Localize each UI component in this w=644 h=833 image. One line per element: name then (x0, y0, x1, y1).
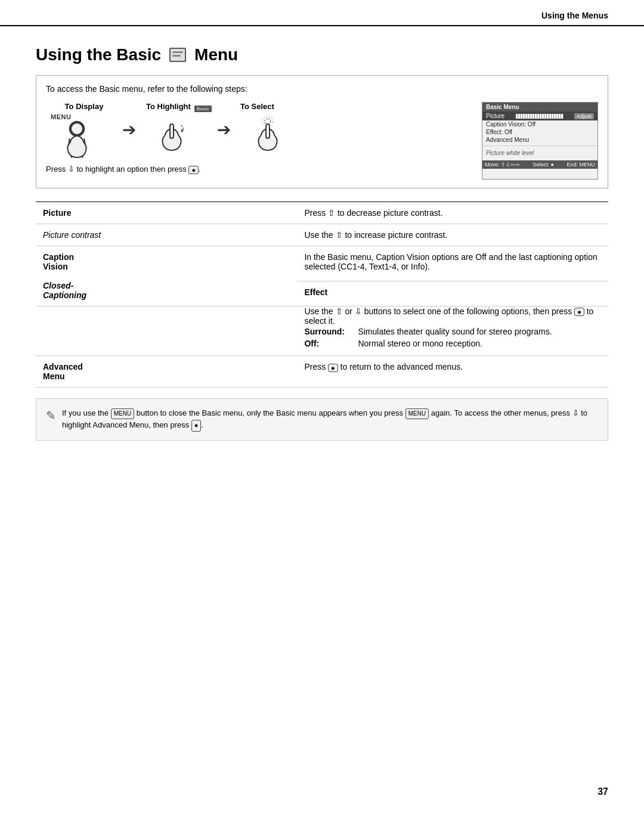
steps-and-menu: To Display MENU (46, 102, 598, 179)
nested-desc-off: Normal stereo or mono reception. (358, 337, 601, 349)
footer-end: End: MENU (566, 162, 595, 168)
table-row-advanced: AdvancedMenu Press ● to return to the ad… (36, 356, 608, 388)
nested-term-off: Off: (304, 337, 358, 349)
doc-title-suffix: Menu (194, 45, 238, 64)
steps-container: To Display MENU (46, 102, 472, 174)
svg-point-6 (71, 123, 83, 135)
hand-swipe-icon (159, 113, 194, 151)
arrow-2-icon: ➔ (212, 120, 236, 140)
term-effect: Effect (297, 281, 608, 306)
menu-icon (169, 48, 186, 62)
menu-bar-visual (516, 114, 564, 119)
term-picture-contrast: Picture contrast (36, 224, 297, 246)
nested-desc-surround: Simulates theater quality sound for ster… (358, 326, 601, 337)
term-picture: Picture (36, 202, 297, 224)
menu-btn-note-1: MENU (111, 408, 134, 419)
main-content: Using the Basic Menu To access the Basic… (0, 26, 644, 465)
svg-marker-10 (181, 129, 184, 132)
step-select-label: To Select (240, 102, 274, 111)
desc-advanced: Press ● to return to the advanced menus. (297, 356, 608, 388)
note-text: If you use the MENU button to close the … (62, 407, 598, 431)
term-effect-spacer (36, 306, 297, 356)
info-table: Picture Press ⇧ to decrease picture cont… (36, 202, 608, 388)
table-row-caption: CaptionVisionClosed-Captioning In the Ba… (36, 246, 608, 281)
header-title: Using the Menus (541, 11, 608, 20)
table-row-picture-contrast: Picture contrast Use the ⇧ to increase p… (36, 224, 608, 246)
desc-effect: Use the ⇧ or ⇩ buttons to select one of … (297, 306, 608, 356)
step-display-sublabel: MENU (51, 113, 71, 120)
arrow-1-icon: ➔ (117, 120, 141, 140)
note-icon: ✎ (46, 408, 56, 423)
menu-adjust-button[interactable]: Adjust (574, 113, 594, 119)
nested-row-off: Off: Normal stereo or mono reception. (304, 337, 601, 349)
menu-footer-bar: Move: ⇧⇩⇦⇨ Select: ● End: MENU (482, 160, 597, 169)
press-note: Press ⇩ to highlight an option then pres… (46, 165, 472, 174)
menu-highlighted-row: Picture Adjust (482, 112, 597, 120)
step-display: To Display MENU (46, 102, 117, 159)
table-row-effect-desc: Use the ⇧ or ⇩ buttons to select one of … (36, 306, 608, 356)
hand-tap-icon (253, 113, 289, 151)
menu-title-bar: Basic Menu (482, 103, 597, 112)
desc-picture-contrast: Use the ⇧ to increase picture contrast. (297, 224, 608, 246)
table-row-picture: Picture Press ⇧ to decrease picture cont… (36, 202, 608, 224)
step-select: To Select (236, 102, 307, 151)
menu-item-effect: Effect: Off (482, 128, 597, 136)
term-caption: CaptionVisionClosed-Captioning (36, 246, 297, 306)
nested-row-surround: Surround: Simulates theater quality soun… (304, 326, 601, 337)
nested-effect-table: Surround: Simulates theater quality soun… (304, 326, 601, 349)
step-display-label: To Display (65, 102, 104, 111)
footer-move: Move: ⇧⇩⇦⇨ (485, 162, 520, 168)
desc-caption: In the Basic menu, Caption Vision option… (297, 246, 608, 281)
svg-rect-9 (170, 124, 174, 138)
svg-rect-12 (266, 124, 270, 138)
doc-title-prefix: Using the Basic (36, 45, 161, 64)
doc-title: Using the Basic Menu (36, 45, 608, 64)
hand-press-icon (64, 120, 100, 159)
nested-term-surround: Surround: (304, 326, 358, 337)
basic-tag: Basic (194, 106, 212, 112)
desc-picture: Press ⇧ to decrease picture contrast. (297, 202, 608, 224)
page-number: 37 (597, 786, 608, 797)
menu-divider (482, 145, 597, 146)
term-advanced: AdvancedMenu (36, 356, 297, 388)
menu-item-picture: Picture (486, 113, 504, 119)
enter-btn-effect: ● (574, 308, 584, 316)
step-highlight: To Highlight Basic (141, 102, 212, 151)
note-box: ✎ If you use the MENU button to close th… (36, 398, 608, 440)
menu-bottom-hint: Picture white level (482, 148, 597, 158)
menu-screenshot: Basic Menu Picture Adjust Caption Vision… (482, 102, 598, 179)
instruction-box: To access the Basic menu, refer to the f… (36, 75, 608, 188)
step-highlight-label: To Highlight (146, 102, 191, 111)
steps-row: To Display MENU (46, 102, 472, 159)
enter-button-inline: ● (188, 166, 199, 174)
page-header: Using the Menus (0, 0, 644, 26)
footer-select: Select: ● (533, 162, 554, 168)
enter-btn-advanced: ● (328, 364, 338, 372)
menu-item-advanced: Advanced Menu (482, 136, 597, 144)
menu-item-caption: Caption Vision: Off (482, 120, 597, 128)
instruction-intro: To access the Basic menu, refer to the f… (46, 84, 598, 94)
menu-btn-note-2: MENU (405, 408, 429, 419)
enter-btn-note: ● (191, 420, 202, 431)
